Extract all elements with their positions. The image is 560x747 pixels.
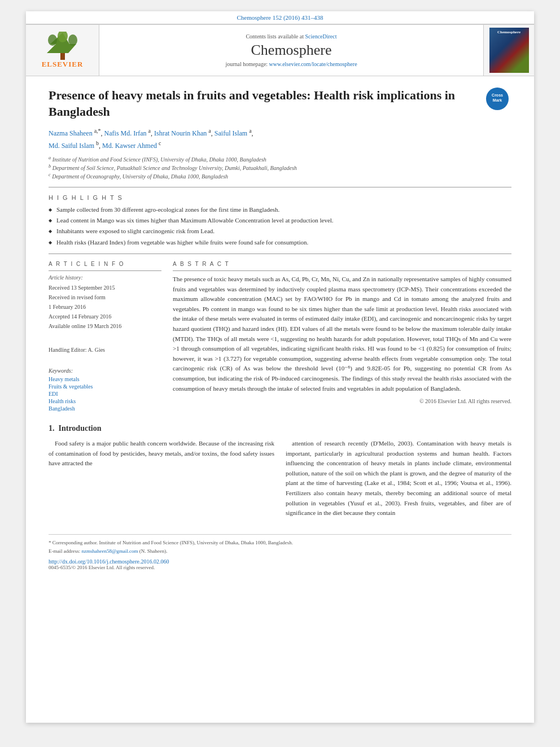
- article-info-column: A R T I C L E I N F O Article history: R…: [49, 261, 161, 413]
- keyword-3: EDI: [49, 391, 161, 397]
- svg-point-3: [68, 34, 77, 46]
- journal-ref-text: Chemosphere 152 (2016) 431–438: [237, 14, 323, 21]
- copyright-notice: © 2016 Elsevier Ltd. All rights reserved…: [173, 398, 511, 404]
- intro-col-left: Food safety is a major public health con…: [49, 439, 274, 523]
- homepage-link[interactable]: www.elsevier.com/locate/chemosphere: [269, 61, 357, 67]
- sciencedirect-link[interactable]: ScienceDirect: [305, 33, 336, 40]
- available-online: Available online 19 March 2016: [49, 322, 161, 330]
- journal-title-area: Contents lists available at ScienceDirec…: [99, 25, 483, 76]
- svg-text:Mark: Mark: [493, 98, 502, 102]
- highlight-item-2: Lead content in Mango was six times high…: [49, 216, 511, 225]
- footnote-email: E-mail address: nzmshaheen58@gmail.com (…: [49, 548, 511, 555]
- journal-title: Chemosphere: [251, 42, 332, 59]
- journal-cover-area: Chemosphere: [483, 25, 534, 76]
- intro-col-right: attention of research recently (D'Mello,…: [286, 439, 511, 523]
- page: Chemosphere 152 (2016) 431–438 ELSEVIER …: [26, 11, 534, 723]
- svg-text:Cross: Cross: [492, 93, 503, 97]
- footnote-corresponding-author: * Corresponding author. Institute of Nut…: [49, 539, 511, 547]
- abstract-label: A B S T R A C T: [173, 261, 511, 267]
- affiliation-c: c Department of Oceanography, University…: [49, 172, 511, 180]
- accepted-date: Accepted 14 February 2016: [49, 313, 161, 321]
- svg-point-2: [48, 34, 57, 46]
- affiliations: a Institute of Nutrition and Food Scienc…: [49, 155, 511, 180]
- divider-2: [49, 254, 511, 254]
- journal-cover-title: Chemosphere: [497, 30, 520, 34]
- affiliation-b: b Department of Soil Science, Patuakhali…: [49, 164, 511, 171]
- authors-line: Nazma Shaheen a,*, Nafis Md. Irfan a, Is…: [49, 126, 511, 151]
- elsevier-tree-icon: [40, 32, 85, 60]
- revised-date: 1 February 2016: [49, 303, 161, 311]
- science-direct-text: Contents lists available at ScienceDirec…: [246, 33, 336, 40]
- highlights-section: H I G H L I G H T S Sample collected fro…: [49, 194, 511, 247]
- introduction-section: 1. Introduction Food safety is a major p…: [49, 424, 511, 523]
- email-link[interactable]: nzmshaheen58@gmail.com: [81, 548, 138, 554]
- intro-section-title: 1. Introduction: [49, 424, 511, 433]
- highlights-list: Sample collected from 30 different agro-…: [49, 206, 511, 247]
- affiliation-a: a Institute of Nutrition and Food Scienc…: [49, 155, 511, 163]
- journal-header: ELSEVIER Contents lists available at Sci…: [26, 24, 534, 76]
- handling-editor: Handling Editor: A. Gies: [49, 347, 161, 353]
- divider-1: [49, 187, 511, 187]
- revised-label: Received in revised form: [49, 294, 161, 302]
- keyword-1: Heavy metals: [49, 376, 161, 382]
- elsevier-text: ELSEVIER: [42, 60, 84, 69]
- highlights-title: H I G H L I G H T S: [49, 194, 511, 201]
- page-footer: * Corresponding author. Institute of Nut…: [49, 534, 511, 570]
- article-info-label: A R T I C L E I N F O: [49, 261, 161, 267]
- journal-cover-image: Chemosphere: [489, 28, 529, 73]
- crossmark-icon: Cross Mark: [486, 88, 509, 110]
- article-body: Presence of heavy metals in fruits and v…: [26, 76, 534, 582]
- journal-homepage: journal homepage: www.elsevier.com/locat…: [225, 61, 357, 67]
- svg-rect-0: [60, 53, 65, 60]
- issn-text: 0045-6535/© 2016 Elsevier Ltd. All right…: [49, 565, 511, 570]
- keyword-5: Bangladesh: [49, 405, 161, 412]
- highlight-item-3: Inhabitants were exposed to slight carci…: [49, 227, 511, 235]
- elsevier-logo-area: ELSEVIER: [26, 25, 99, 76]
- keyword-2: Fruits & vegetables: [49, 383, 161, 390]
- doi-link[interactable]: http://dx.doi.org/10.1016/j.chemosphere.…: [49, 558, 511, 565]
- abstract-text: The presence of toxic heavy metals such …: [173, 274, 511, 394]
- received-date: Received 13 September 2015: [49, 284, 161, 292]
- intro-body-columns: Food safety is a major public health con…: [49, 439, 511, 523]
- article-title-block: Presence of heavy metals in fruits and v…: [49, 88, 511, 120]
- elsevier-logo: ELSEVIER: [40, 32, 85, 69]
- journal-reference: Chemosphere 152 (2016) 431–438: [26, 11, 534, 24]
- info-abstract-columns: A R T I C L E I N F O Article history: R…: [49, 261, 511, 413]
- article-title: Presence of heavy metals in fruits and v…: [49, 88, 455, 119]
- crossmark-badge[interactable]: Cross Mark: [486, 88, 511, 113]
- highlight-item-4: Health risks (Hazard Index) from vegetab…: [49, 238, 511, 247]
- abstract-column: A B S T R A C T The presence of toxic he…: [173, 261, 511, 413]
- article-history-label: Article history:: [49, 274, 161, 281]
- highlight-item-1: Sample collected from 30 different agro-…: [49, 206, 511, 214]
- keyword-4: Health risks: [49, 398, 161, 404]
- keywords-label: Keywords:: [49, 368, 161, 374]
